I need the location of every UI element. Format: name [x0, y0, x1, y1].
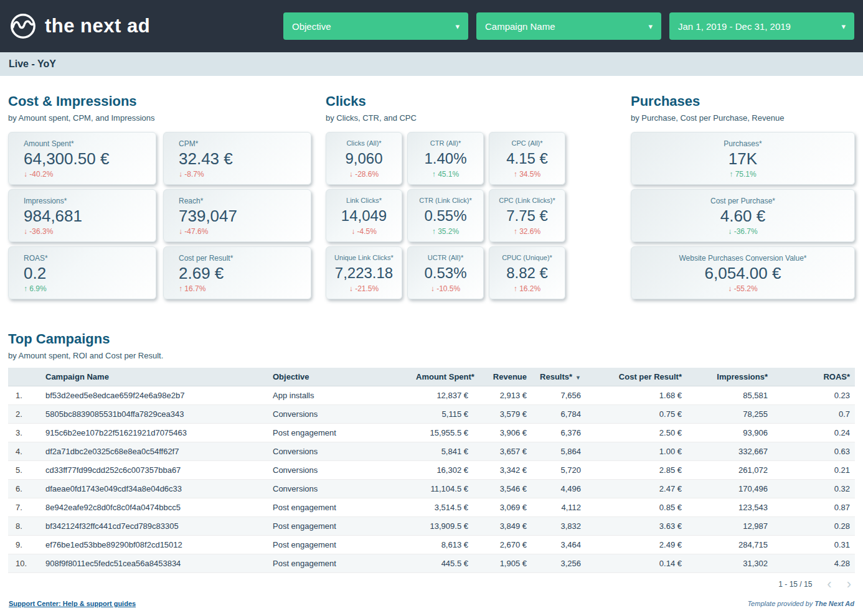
- kpi-label: Cost per Purchase*: [710, 197, 775, 205]
- cell-index: 10.: [8, 554, 40, 573]
- cell-index: 4.: [8, 442, 40, 461]
- date-range-filter-dropdown[interactable]: Jan 1, 2019 - Dec 31, 2019 ▾: [669, 12, 854, 40]
- kpi-value: 0.2: [24, 265, 46, 282]
- kpi-card-cpm: CPM*32.43 €↓ -8.7%: [163, 132, 311, 185]
- column-header-results[interactable]: Results*▼: [532, 368, 586, 386]
- cell-results: 4,112: [532, 498, 586, 517]
- cell-index: 3.: [8, 424, 40, 442]
- pagination-prev-icon[interactable]: ‹: [827, 579, 831, 590]
- column-header-roas[interactable]: ROAS*: [773, 368, 855, 386]
- page-tab-live-yoy[interactable]: Live - YoY: [9, 58, 56, 70]
- cell-campaign_name: bf342124f32ffc441cd7ecd789c83305: [40, 517, 268, 536]
- footer: Support Center: Help & support guides Te…: [9, 600, 854, 607]
- arrow-down-icon: ↓: [24, 170, 27, 179]
- column-header-campaign_name[interactable]: Campaign Name: [40, 368, 268, 386]
- cell-cost_per_result: 2.85 €: [586, 461, 687, 480]
- kpi-value: 7,223.18: [335, 265, 393, 281]
- table-body: 1.bf53d2eed5e8edcae659f24e6a98e2b7App in…: [8, 386, 855, 573]
- kpi-delta-value: 35.2%: [438, 227, 459, 236]
- column-header-objective[interactable]: Objective: [268, 368, 411, 386]
- cell-cost_per_result: 2.49 €: [586, 536, 687, 554]
- cell-impressions: 93,906: [687, 424, 773, 442]
- objective-filter-dropdown[interactable]: Objective ▾: [283, 12, 468, 40]
- section-purchases: Purchases by Purchase, Cost per Purchase…: [631, 93, 855, 299]
- kpi-card-cpc-all: CPC (All)*4.15 €↑ 34.5%: [489, 132, 565, 185]
- kpi-value: 4.15 €: [506, 151, 548, 166]
- column-header-impressions[interactable]: Impressions*: [687, 368, 773, 386]
- kpi-delta: ↓ -28.6%: [349, 170, 379, 179]
- section-title-clicks: Clicks: [326, 93, 565, 110]
- section-subtitle-clicks: by Clicks, CTR, and CPC: [326, 113, 565, 123]
- kpi-delta-value: -10.5%: [436, 284, 460, 293]
- kpi-delta: ↓ -47.6%: [179, 227, 208, 236]
- kpi-value: 984,681: [24, 208, 82, 225]
- cell-roas: 0.31: [773, 536, 855, 554]
- section-title-top-campaigns: Top Campaigns: [8, 331, 855, 347]
- sort-desc-icon: ▼: [575, 375, 581, 381]
- kpi-value: 4.60 €: [720, 208, 765, 225]
- kpi-delta: ↓ -36.7%: [728, 227, 757, 236]
- cell-cost_per_result: 3.63 €: [586, 517, 687, 536]
- cell-cost_per_result: 2.47 €: [586, 480, 687, 498]
- cell-index: 9.: [8, 536, 40, 554]
- cell-cost_per_result: 2.50 €: [586, 424, 687, 442]
- cell-campaign_name: 5805bc8839085531b04ffa7829cea343: [40, 405, 268, 424]
- cell-roas: 4.28: [773, 554, 855, 573]
- cell-index: 2.: [8, 405, 40, 424]
- credit-text: Template provided by: [747, 600, 814, 607]
- column-header-revenue[interactable]: Revenue: [473, 368, 532, 386]
- kpi-delta-value: -55.2%: [734, 284, 758, 293]
- kpi-delta: ↑ 6.9%: [24, 284, 47, 293]
- cell-objective: Conversions: [268, 461, 411, 480]
- kpi-delta: ↓ -36.3%: [24, 227, 53, 236]
- arrow-up-icon: ↑: [24, 284, 27, 293]
- section-clicks: Clicks by Clicks, CTR, and CPC Clicks (A…: [326, 93, 565, 299]
- kpi-delta-value: 45.1%: [438, 170, 459, 179]
- kpi-delta-value: -4.5%: [357, 227, 376, 236]
- pagination-next-icon[interactable]: ›: [847, 579, 851, 590]
- kpi-value: 7.75 €: [506, 208, 548, 223]
- kpi-delta: ↓ -10.5%: [431, 284, 460, 293]
- kpi-label: Amount Spent*: [24, 139, 74, 148]
- arrow-up-icon: ↑: [514, 284, 517, 293]
- kpi-value: 64,300.50 €: [24, 151, 109, 167]
- arrow-down-icon: ↓: [728, 284, 732, 293]
- column-header-cost_per_result[interactable]: Cost per Result*: [586, 368, 687, 386]
- cell-objective: Post engagement: [268, 498, 411, 517]
- cell-impressions: 261,072: [687, 461, 773, 480]
- kpi-delta-value: 16.2%: [519, 284, 540, 293]
- cell-objective: Post engagement: [268, 554, 411, 573]
- cell-results: 3,464: [532, 536, 586, 554]
- report-tab-bar: Live - YoY: [0, 52, 863, 76]
- column-header-index[interactable]: [8, 368, 40, 386]
- kpi-delta-value: 16.7%: [184, 284, 205, 293]
- table-row: 9.ef76be1ed53bbe89290bf08f2cd15012Post e…: [8, 536, 855, 554]
- cell-roas: 0.63: [773, 442, 855, 461]
- kpi-label: Reach*: [179, 197, 203, 205]
- cell-revenue: 3,546 €: [473, 480, 532, 498]
- arrow-down-icon: ↓: [179, 227, 182, 236]
- kpi-label: CTR (Link Click)*: [419, 197, 471, 204]
- column-header-amount_spent[interactable]: Amount Spent*: [411, 368, 473, 386]
- kpi-label: Website Purchases Conversion Value*: [679, 254, 807, 263]
- cell-impressions: 170,496: [687, 480, 773, 498]
- kpi-label: Link Clicks*: [346, 197, 382, 204]
- cell-index: 5.: [8, 461, 40, 480]
- kpi-label: CPUC (Unique)*: [502, 254, 552, 261]
- brand-logo: the next ad: [9, 12, 150, 40]
- table-row: 10.908f9f8011ec5fedc51cea56a8453834Post …: [8, 554, 855, 573]
- top-bar: the next ad Objective ▾ Campaign Name ▾ …: [0, 0, 863, 52]
- kpi-card-unique-link-clicks: Unique Link Clicks*7,223.18↓ -21.5%: [326, 246, 402, 299]
- kpi-card-purchases: Purchases*17K↑ 75.1%: [631, 132, 855, 185]
- chevron-down-icon: ▾: [455, 22, 460, 31]
- kpi-card-cpuc-unique: CPUC (Unique)*8.82 €↑ 16.2%: [489, 246, 565, 299]
- kpi-label: ROAS*: [24, 254, 48, 263]
- arrow-up-icon: ↑: [179, 284, 182, 293]
- kpi-delta: ↑ 16.2%: [514, 284, 540, 293]
- kpi-value: 0.53%: [424, 265, 466, 281]
- table-pagination: 1 - 15 / 15 ‹ ›: [8, 573, 855, 590]
- support-center-link[interactable]: Support Center: Help & support guides: [9, 600, 136, 607]
- objective-filter-label: Objective: [292, 21, 455, 32]
- campaign-name-filter-dropdown[interactable]: Campaign Name ▾: [476, 12, 661, 40]
- cell-roas: 0.21: [773, 461, 855, 480]
